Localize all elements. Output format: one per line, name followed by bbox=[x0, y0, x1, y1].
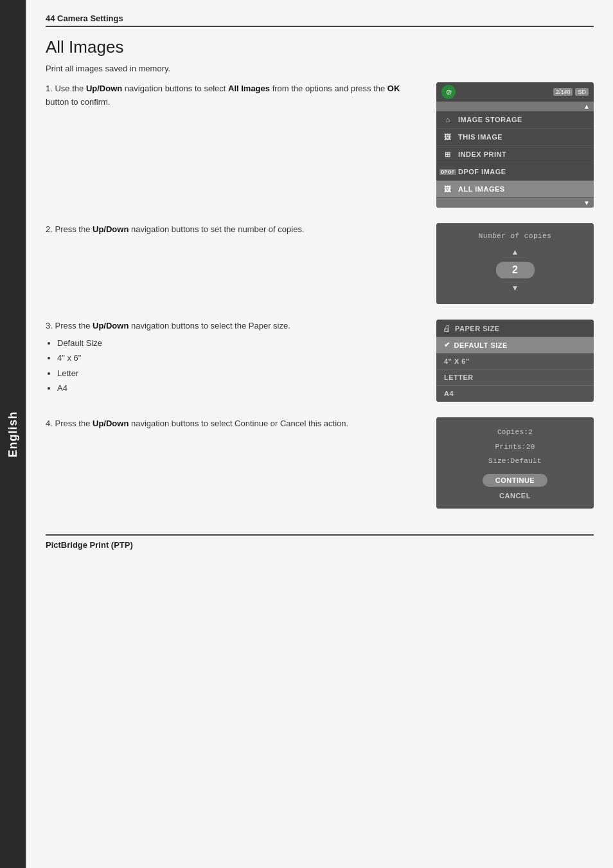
step-1-number: 1. bbox=[46, 84, 55, 93]
grid-icon: ⊞ bbox=[441, 149, 454, 159]
sidebar: English bbox=[0, 0, 26, 868]
house-icon: ⌂ bbox=[441, 114, 454, 125]
menu-header-right: 2/140 SD bbox=[553, 88, 589, 96]
menu-item-label-3: INDEX PRINT bbox=[458, 150, 506, 158]
step-1-bold-3: OK bbox=[387, 84, 400, 93]
paper-item-letter: LETTER bbox=[436, 370, 594, 386]
image-icon: 🖼 bbox=[441, 132, 454, 142]
screen2-ui: Number of copies ▲ 2 ▼ bbox=[436, 223, 594, 304]
sidebar-label: English bbox=[6, 411, 20, 457]
step-1-bold-2: All Images bbox=[228, 84, 270, 93]
confirm-prints: Prints:20 bbox=[447, 441, 583, 453]
confirm-screen: Copies:2 Prints:20 Size:Default CONTINUE… bbox=[436, 417, 594, 509]
step-1-bold-1: Up/Down bbox=[86, 84, 122, 93]
menu-item-label-4: DPOF IMAGE bbox=[458, 168, 506, 176]
paper-header: 🖨 PAPER SIZE bbox=[436, 320, 594, 337]
scroll-down: ▼ bbox=[436, 198, 594, 208]
dpof-icon: DPOF bbox=[441, 167, 454, 177]
camera-icon: ⊘ bbox=[441, 85, 456, 99]
step-3-bold-1: Up/Down bbox=[93, 321, 129, 330]
paper-size-default: Default Size bbox=[57, 336, 423, 350]
step-3-block: 3. Press the Up/Down navigation buttons … bbox=[46, 320, 594, 402]
step-4-bold-1: Up/Down bbox=[93, 419, 129, 428]
screen3-ui: 🖨 PAPER SIZE ✔ DEFAULT SIZE 4" X 6" LETT… bbox=[436, 320, 594, 402]
paper-screen: 🖨 PAPER SIZE ✔ DEFAULT SIZE 4" X 6" LETT… bbox=[436, 320, 594, 402]
screen1-ui: ⊘ 2/140 SD ▲ ⌂ IMAGE STORAGE 🖼 THIS IMAG… bbox=[436, 82, 594, 208]
copies-screen: Number of copies ▲ 2 ▼ bbox=[436, 223, 594, 304]
copies-value: 2 bbox=[496, 262, 535, 278]
screen4-ui: Copies:2 Prints:20 Size:Default CONTINUE… bbox=[436, 417, 594, 509]
menu-header: ⊘ 2/140 SD bbox=[436, 82, 594, 102]
paper-item-a4: A4 bbox=[436, 386, 594, 402]
paper-size-4x6: 4" x 6" bbox=[57, 350, 423, 365]
page-header: 44 Camera Settings bbox=[46, 13, 594, 27]
page-footer-text: PictBridge Print (PTP) bbox=[46, 540, 133, 550]
step-1-text: 1. Use the Up/Down navigation buttons to… bbox=[46, 82, 436, 109]
copies-arrow-up-icon: ▲ bbox=[444, 248, 586, 257]
paper-header-label: PAPER SIZE bbox=[455, 325, 500, 332]
paper-a4-label: A4 bbox=[444, 390, 454, 397]
menu-sd: SD bbox=[575, 88, 589, 96]
confirm-size: Size:Default bbox=[447, 455, 583, 467]
step-1-block: 1. Use the Up/Down navigation buttons to… bbox=[46, 82, 594, 208]
paper-size-letter: Letter bbox=[57, 366, 423, 381]
step-2-bold-1: Up/Down bbox=[93, 224, 129, 234]
step-4-number: 4. bbox=[46, 419, 55, 428]
step-2-block: 2. Press the Up/Down navigation buttons … bbox=[46, 223, 594, 304]
paper-item-4x6: 4" X 6" bbox=[436, 354, 594, 370]
scroll-up: ▲ bbox=[436, 102, 594, 111]
step-2-text: 2. Press the Up/Down navigation buttons … bbox=[46, 223, 436, 237]
step-2-number: 2. bbox=[46, 224, 55, 234]
menu-item-dpof: DPOF DPOF IMAGE bbox=[436, 163, 594, 181]
paper-4x6-label: 4" X 6" bbox=[444, 357, 470, 365]
step-3-number: 3. bbox=[46, 321, 55, 330]
menu-counter: 2/140 bbox=[553, 88, 573, 96]
step-3-text: 3. Press the Up/Down navigation buttons … bbox=[46, 320, 436, 395]
step-4-text: 4. Press the Up/Down navigation buttons … bbox=[46, 417, 436, 431]
menu-item-label-5: ALL IMAGES bbox=[458, 185, 505, 193]
menu-item-this-image: 🖼 THIS IMAGE bbox=[436, 129, 594, 146]
paper-letter-label: LETTER bbox=[444, 374, 474, 381]
all-images-icon: 🖼 bbox=[441, 184, 454, 194]
intro-text: Print all images saved in memory. bbox=[46, 64, 594, 73]
menu-item-index-print: ⊞ INDEX PRINT bbox=[436, 146, 594, 163]
main-content: 44 Camera Settings All Images Print all … bbox=[26, 0, 613, 868]
printer-icon: 🖨 bbox=[443, 323, 451, 333]
paper-default-label: DEFAULT SIZE bbox=[454, 341, 508, 349]
cancel-button[interactable]: CANCEL bbox=[447, 492, 583, 500]
step-4-block: 4. Press the Up/Down navigation buttons … bbox=[46, 417, 594, 509]
paper-item-default: ✔ DEFAULT SIZE bbox=[436, 337, 594, 354]
menu-item-label-2: THIS IMAGE bbox=[458, 133, 502, 141]
menu-screen: ⊘ 2/140 SD ▲ ⌂ IMAGE STORAGE 🖼 THIS IMAG… bbox=[436, 82, 594, 208]
section-title: All Images bbox=[46, 37, 594, 57]
menu-item-image-storage: ⌂ IMAGE STORAGE bbox=[436, 111, 594, 129]
copies-title: Number of copies bbox=[444, 232, 586, 240]
confirm-copies: Copies:2 bbox=[447, 426, 583, 439]
menu-item-label-1: IMAGE STORAGE bbox=[458, 116, 522, 123]
checkmark-icon: ✔ bbox=[444, 341, 450, 349]
paper-size-list: Default Size 4" x 6" Letter A4 bbox=[57, 336, 423, 396]
page-header-text: 44 Camera Settings bbox=[46, 14, 123, 23]
continue-button[interactable]: CONTINUE bbox=[483, 474, 547, 487]
page-footer: PictBridge Print (PTP) bbox=[46, 534, 594, 550]
copies-arrow-down-icon: ▼ bbox=[444, 284, 586, 293]
menu-item-all-images: 🖼 ALL IMAGES bbox=[436, 181, 594, 198]
paper-size-a4: A4 bbox=[57, 381, 423, 395]
